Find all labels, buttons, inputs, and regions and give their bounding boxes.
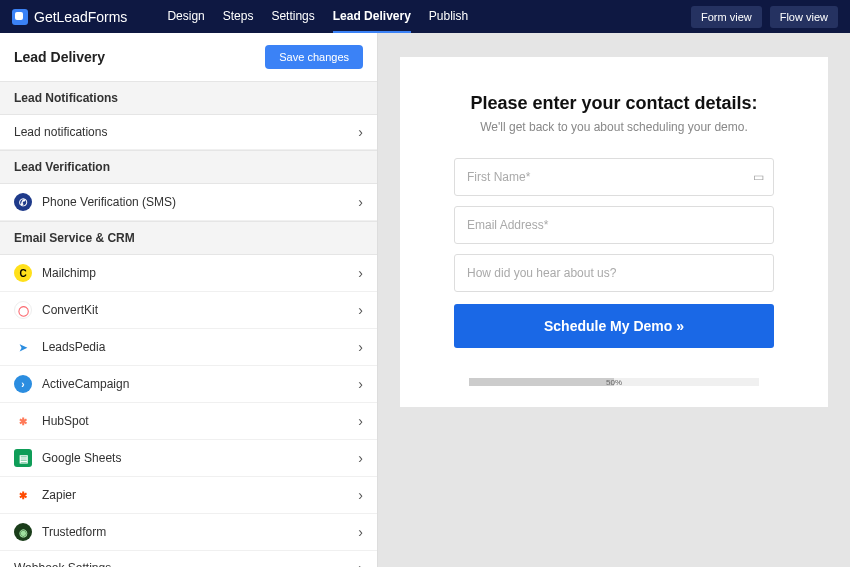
hear-about-input[interactable] [454,254,774,292]
row-hubspot[interactable]: ✱ HubSpot › [0,403,377,440]
row-label: Phone Verification (SMS) [42,195,348,209]
mailchimp-icon: C [14,264,32,282]
nav-steps[interactable]: Steps [223,1,254,33]
chevron-right-icon: › [358,124,363,140]
row-label: Mailchimp [42,266,348,280]
convertkit-icon: ◯ [14,301,32,319]
section-email-crm: Email Service & CRM [0,221,377,255]
progress-label: 50% [606,378,622,387]
schedule-demo-button[interactable]: Schedule My Demo » [454,304,774,348]
row-activecampaign[interactable]: › ActiveCampaign › [0,366,377,403]
sidebar: Lead Delivery Save changes Lead Notifica… [0,33,378,567]
chevron-right-icon: › [358,194,363,210]
chevron-right-icon: › [358,450,363,466]
row-label: Lead notifications [14,125,348,139]
progress-fill [469,378,614,386]
top-nav: Design Steps Settings Lead Delivery Publ… [167,1,468,33]
row-phone-verification[interactable]: ✆ Phone Verification (SMS) › [0,184,377,221]
leadspedia-icon: ➤ [14,338,32,356]
form-subtitle: We'll get back to you about scheduling y… [444,120,784,134]
form-view-button[interactable]: Form view [691,6,762,28]
trustedform-icon: ◉ [14,523,32,541]
email-input[interactable] [454,206,774,244]
form-card: Please enter your contact details: We'll… [400,57,828,407]
autofill-icon: ▭ [753,170,764,184]
row-trustedform[interactable]: ◉ Trustedform › [0,514,377,551]
flow-view-button[interactable]: Flow view [770,6,838,28]
activecampaign-icon: › [14,375,32,393]
section-lead-verification: Lead Verification [0,150,377,184]
save-button[interactable]: Save changes [265,45,363,69]
row-label: ActiveCampaign [42,377,348,391]
google-sheets-icon: ▤ [14,449,32,467]
section-lead-notifications: Lead Notifications [0,81,377,115]
row-label: Google Sheets [42,451,348,465]
nav-lead-delivery[interactable]: Lead Delivery [333,1,411,33]
row-convertkit[interactable]: ◯ ConvertKit › [0,292,377,329]
nav-design[interactable]: Design [167,1,204,33]
row-label: LeadsPedia [42,340,348,354]
chevron-right-icon: › [358,487,363,503]
row-label: Webhook Settings [14,561,348,567]
chevron-right-icon: › [358,376,363,392]
brand-name: GetLeadForms [34,9,127,25]
row-lead-notifications[interactable]: Lead notifications › [0,115,377,150]
zapier-icon: ✱ [14,486,32,504]
chevron-right-icon: › [358,302,363,318]
row-label: Zapier [42,488,348,502]
chevron-right-icon: › [358,265,363,281]
row-zapier[interactable]: ✱ Zapier › [0,477,377,514]
hubspot-icon: ✱ [14,412,32,430]
row-google-sheets[interactable]: ▤ Google Sheets › [0,440,377,477]
nav-publish[interactable]: Publish [429,1,468,33]
phone-icon: ✆ [14,193,32,211]
chevron-right-icon: › [358,524,363,540]
row-label: HubSpot [42,414,348,428]
form-title: Please enter your contact details: [444,93,784,114]
row-leadspedia[interactable]: ➤ LeadsPedia › [0,329,377,366]
brand-icon [12,9,28,25]
row-webhook[interactable]: Webhook Settings › [0,551,377,567]
chevron-right-icon: › [358,413,363,429]
preview-area: Please enter your contact details: We'll… [378,33,850,567]
first-name-input[interactable] [454,158,774,196]
sidebar-title: Lead Delivery [14,49,105,65]
chevron-right-icon: › [358,339,363,355]
nav-settings[interactable]: Settings [271,1,314,33]
row-label: Trustedform [42,525,348,539]
progress-bar: 50% [469,378,759,386]
row-label: ConvertKit [42,303,348,317]
row-mailchimp[interactable]: C Mailchimp › [0,255,377,292]
chevron-right-icon: › [358,560,363,567]
brand: GetLeadForms [12,9,127,25]
